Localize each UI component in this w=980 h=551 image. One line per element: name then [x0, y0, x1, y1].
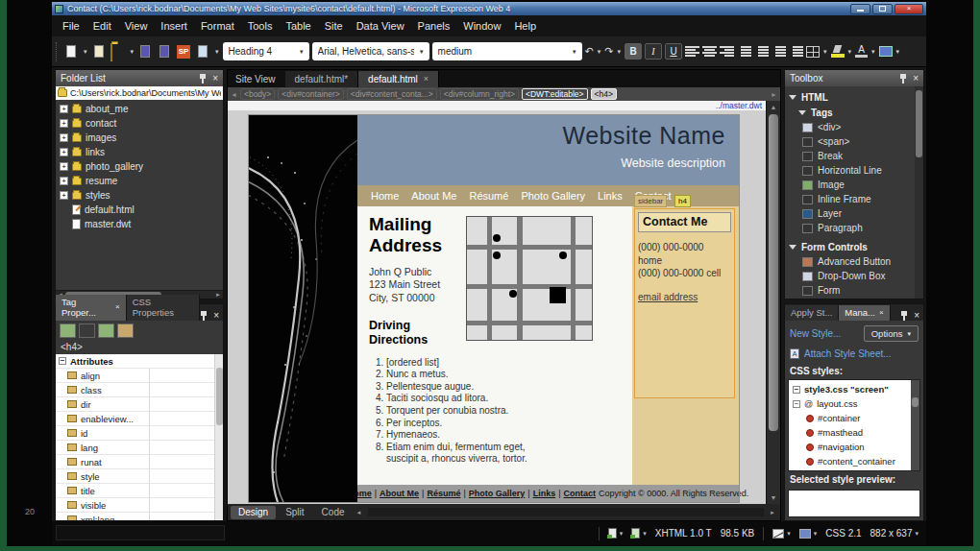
scroll-down-icon[interactable]: ▼ — [767, 491, 780, 504]
design-canvas[interactable]: ../master.dwt — [228, 101, 780, 504]
attribute-value[interactable] — [149, 369, 214, 382]
close-panel-icon[interactable]: × — [212, 74, 218, 84]
underline-button[interactable]: U — [665, 43, 682, 60]
attribute-value[interactable] — [149, 455, 214, 468]
preview-caret[interactable]: ▾ — [214, 48, 220, 56]
attribute-row-lang[interactable]: lang — [56, 441, 214, 455]
attribute-value[interactable] — [149, 397, 214, 411]
menu-view[interactable]: View — [118, 17, 155, 35]
visual-aids-button[interactable]: ▾ — [772, 529, 791, 539]
expand-icon[interactable]: + — [60, 162, 68, 171]
attribute-value[interactable] — [149, 484, 214, 497]
tab-tag-properties[interactable]: Tag Proper... × — [56, 295, 127, 321]
attribute-value[interactable] — [149, 513, 214, 520]
publish-status-button[interactable]: ▾ — [608, 528, 624, 539]
style-application-button[interactable]: ▾ — [799, 529, 818, 539]
title-bar[interactable]: Contact (C:\Users\rick.bodnar\Documents\… — [52, 2, 926, 15]
toolbox-item-div[interactable]: <div> — [789, 120, 915, 134]
site-view-button[interactable]: Site View — [228, 71, 285, 87]
footer-link-links[interactable]: Links — [533, 489, 556, 498]
increase-indent-button[interactable] — [789, 46, 803, 57]
quick-tag-content-container[interactable]: <div#content_conta...> — [347, 88, 437, 100]
scroll-right-icon[interactable]: ► — [768, 510, 777, 515]
close-button[interactable]: × — [894, 4, 923, 14]
quick-tag-h4[interactable]: <h4> — [591, 88, 617, 100]
new-document-button[interactable] — [63, 44, 80, 60]
font-color-caret[interactable]: ▾ — [870, 48, 876, 56]
folder-list-header[interactable]: Folder List × — [56, 70, 223, 86]
pin-icon[interactable] — [900, 311, 908, 321]
folder-item-photo-gallery[interactable]: + photo_gallery — [56, 159, 223, 174]
style-item-content-container[interactable]: #content_container — [789, 454, 911, 468]
menu-insert[interactable]: Insert — [154, 17, 194, 35]
quick-tag-column-right[interactable]: <div#column_right> — [440, 88, 519, 100]
menu-site[interactable]: Site — [318, 17, 350, 35]
sidebar[interactable]: sidebar h4 Contact Me (000) 000-0000 hom… — [632, 206, 739, 485]
scrollbar-thumb[interactable] — [216, 368, 223, 425]
expand-icon[interactable]: + — [60, 133, 68, 142]
pin-icon[interactable] — [200, 311, 208, 321]
attribute-value[interactable] — [149, 498, 214, 512]
attribute-row-title[interactable]: title — [56, 484, 214, 498]
save-button[interactable] — [137, 44, 154, 60]
scroll-up-icon[interactable]: ▲ — [767, 101, 780, 113]
toolbox-item-layer[interactable]: Layer — [789, 206, 915, 221]
options-button[interactable]: Options ▾ — [864, 325, 919, 342]
fill-color-caret[interactable]: ▾ — [895, 48, 901, 56]
save-all-button[interactable] — [157, 44, 173, 60]
attribute-row-class[interactable]: class — [56, 383, 214, 397]
menu-table[interactable]: Table — [279, 17, 317, 35]
style-item-navigation[interactable]: #navigation — [789, 440, 911, 454]
bullet-list-button[interactable] — [754, 46, 769, 57]
menu-format[interactable]: Format — [194, 17, 241, 35]
qts-scroll-left-icon[interactable]: ◄ — [231, 91, 237, 98]
toolbox-section-form-controls[interactable]: Form Controls — [789, 239, 915, 254]
style-sheet-item-style3[interactable]: − style3.css "screen" — [789, 382, 911, 396]
tab-apply-styles[interactable]: Apply St... — [785, 305, 839, 321]
quick-tag-container[interactable]: <div#container> — [278, 88, 344, 100]
menu-edit[interactable]: Edit — [86, 17, 118, 35]
toolbox-item-break[interactable]: Break — [789, 149, 915, 163]
new-document-caret[interactable]: ▾ — [83, 48, 88, 56]
attribute-value[interactable] — [149, 426, 214, 440]
toolbox-item-span[interactable]: <span> — [789, 134, 915, 149]
redo-button[interactable]: ↷ — [604, 45, 613, 58]
design-view-button[interactable]: Design — [231, 506, 276, 519]
align-left-button[interactable] — [685, 46, 699, 57]
quick-tag-dwt-editable[interactable]: <DWT:editable> — [522, 88, 587, 100]
toolbox-item-image[interactable]: Image — [789, 178, 915, 192]
pin-icon[interactable] — [899, 74, 907, 84]
toolbox-item-advanced-button[interactable]: Advanced Button — [789, 254, 915, 269]
new-style-link[interactable]: New Style... — [790, 328, 841, 339]
collapse-icon[interactable]: − — [793, 400, 800, 408]
split-view-button[interactable]: Split — [278, 506, 311, 519]
page-preview[interactable]: Website Name Website description Home Ab… — [249, 115, 739, 502]
toolbox-section-html[interactable]: HTML — [789, 89, 915, 105]
sort-alpha-button[interactable] — [79, 323, 95, 338]
close-tab-icon[interactable]: × — [424, 75, 429, 84]
bold-button[interactable]: B — [625, 43, 642, 60]
folder-item-links[interactable]: + links — [56, 145, 223, 159]
code-view-button[interactable]: Code — [314, 506, 353, 519]
menu-panels[interactable]: Panels — [411, 17, 457, 35]
toolbox-item-drop-down-box[interactable]: Drop-Down Box — [789, 269, 915, 283]
undo-button[interactable]: ↶ — [585, 45, 594, 58]
folder-item-images[interactable]: + images — [56, 131, 223, 145]
paragraph-style-dropdown[interactable]: Heading 4 ▾ — [223, 42, 309, 60]
borders-caret[interactable]: ▾ — [822, 48, 828, 56]
close-panel-icon[interactable]: × — [213, 311, 219, 321]
tab-default-html-master[interactable]: default.html* — [285, 71, 359, 87]
nav-link-links[interactable]: Links — [598, 190, 623, 202]
editable-region[interactable]: Contact Me (000) 000-0000 home (000) 000… — [634, 208, 735, 398]
doctype-indicator[interactable]: XHTML 1.0 T — [655, 528, 712, 539]
font-size-dropdown[interactable]: medium ▾ — [432, 42, 582, 60]
numbered-list-button[interactable] — [737, 46, 751, 57]
toolbox-vscrollbar[interactable] — [915, 86, 923, 299]
nav-link-resume[interactable]: Résumé — [469, 190, 508, 202]
site-root-item[interactable]: C:\Users\rick.bodnar\Documents\My Web — [56, 86, 223, 100]
scrollbar-thumb[interactable] — [769, 114, 778, 431]
italic-button[interactable]: I — [645, 43, 662, 60]
file-size-indicator[interactable]: 98.5 KB — [721, 528, 755, 539]
minimize-button[interactable] — [850, 4, 870, 14]
align-right-button[interactable] — [720, 46, 734, 57]
